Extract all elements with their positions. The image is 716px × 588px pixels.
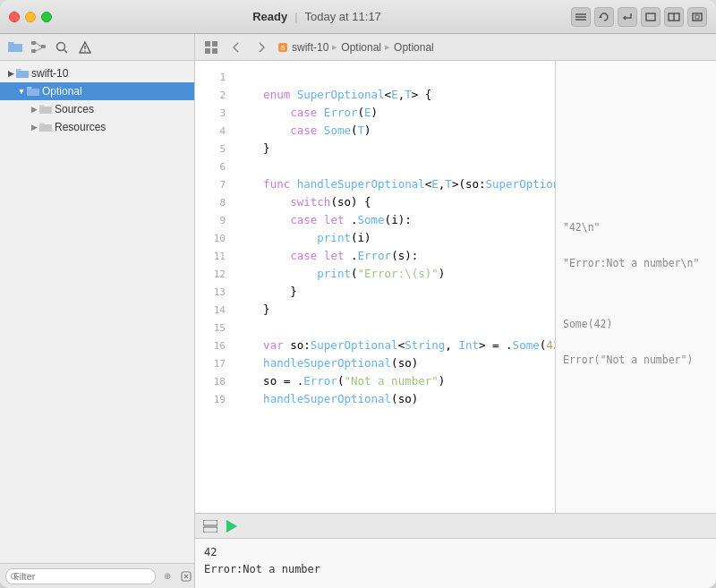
console-toggle-icon[interactable] — [202, 518, 218, 534]
code-line-2: 2 enum SuperOptional<E,T> { — [195, 86, 555, 104]
grid-icon[interactable] — [202, 38, 220, 56]
tree-item-root[interactable]: ▶ swift-10 — [0, 64, 194, 82]
back-icon[interactable] — [227, 38, 245, 56]
editor-toolbar: S swift-10 ▸ Optional ▸ Optional — [195, 34, 716, 61]
breadcrumb-project[interactable]: swift-10 — [292, 41, 328, 54]
code-line-3: 3 case Error(E) — [195, 104, 555, 122]
code-line-4: 4 case Some(T) — [195, 122, 555, 140]
tree-arrow-resources: ▶ — [29, 122, 39, 132]
refresh-button[interactable] — [594, 7, 614, 27]
tree-label-resources: Resources — [55, 121, 106, 133]
result-row-4: Some(42) — [563, 315, 709, 333]
filter-search-icon — [10, 572, 19, 581]
tree-arrow-sources: ▶ — [29, 104, 39, 115]
svg-rect-23 — [205, 41, 210, 47]
svg-marker-3 — [599, 15, 602, 18]
breadcrumb-optional-label: Optional — [394, 41, 434, 54]
code-line-8: 8 switch(so) { — [195, 193, 555, 211]
svg-rect-29 — [203, 520, 217, 525]
titlebar: Ready | Today at 11:17 — [0, 0, 716, 34]
sidebar-bottom: ⊕ — [0, 563, 194, 588]
tree-label-root: swift-10 — [31, 67, 68, 80]
result-row-1: "42\n" — [563, 218, 709, 236]
titlebar-time: Today at 11:17 — [305, 10, 381, 23]
swift-folder-icon — [16, 67, 29, 80]
filter-warning-icon[interactable] — [178, 568, 194, 584]
search-icon[interactable] — [54, 39, 70, 55]
svg-rect-7 — [693, 13, 702, 21]
svg-line-15 — [64, 49, 68, 53]
zoom-button[interactable] — [41, 12, 52, 22]
titlebar-center: Ready | Today at 11:17 — [63, 10, 571, 23]
minimize-button[interactable] — [25, 12, 36, 22]
code-line-13: 13 } — [195, 283, 555, 301]
code-line-14: 14 } — [195, 301, 555, 319]
console-line-2: Error:Not a number — [204, 561, 707, 578]
tree-item-sources[interactable]: ▶ Sources — [0, 100, 194, 118]
view-button-1[interactable] — [641, 7, 661, 27]
view-button-2[interactable] — [664, 7, 684, 27]
titlebar-controls — [571, 7, 707, 27]
console-area: 42 Error:Not a number — [195, 513, 716, 588]
sidebar: ▶ swift-10 ▼ Optional ▶ — [0, 34, 195, 588]
console-output: 42 Error:Not a number — [195, 539, 716, 588]
svg-text:S: S — [281, 45, 286, 51]
xcode-window: Ready | Today at 11:17 — [0, 0, 716, 588]
resources-folder-icon — [39, 121, 52, 133]
code-line-5: 5 } — [195, 140, 555, 158]
svg-rect-9 — [31, 41, 36, 45]
code-line-12: 12 print("Error:\(s)") — [195, 265, 555, 283]
tree-label-sources: Sources — [55, 103, 94, 115]
code-line-7: 7 func handleSuperOptional<E,T>(so:Super… — [195, 175, 555, 193]
breadcrumb-file-icon: S — [277, 42, 288, 53]
breadcrumb-file[interactable]: Optional — [341, 41, 381, 54]
svg-line-12 — [36, 43, 41, 47]
warning-icon[interactable] — [77, 39, 93, 55]
svg-point-18 — [12, 573, 17, 578]
code-editor-wrapper: 1 2 enum SuperOptional<E,T> { 3 case Err… — [195, 61, 716, 513]
navigator-button[interactable] — [571, 7, 591, 27]
title-separator: | — [294, 10, 297, 23]
filter-input[interactable] — [5, 568, 156, 584]
enter-button[interactable] — [618, 7, 637, 27]
results-panel: "42\n" "Error:Not a number\n" Some(42) E… — [555, 61, 716, 513]
tree-arrow-optional: ▼ — [16, 86, 27, 97]
breadcrumb: S swift-10 ▸ Optional ▸ Optional — [277, 41, 709, 54]
svg-rect-11 — [41, 45, 46, 48]
code-line-15: 15 — [195, 319, 555, 337]
main-content: ▶ swift-10 ▼ Optional ▶ — [0, 34, 716, 588]
code-line-1: 1 — [195, 68, 555, 86]
result-row-6: Error("Not a number") — [563, 351, 709, 369]
status-text: Ready — [252, 10, 287, 23]
tree-item-resources[interactable]: ▶ Resources — [0, 118, 194, 136]
close-button[interactable] — [9, 12, 20, 22]
run-button[interactable] — [224, 518, 240, 534]
editor-area: S swift-10 ▸ Optional ▸ Optional 1 — [195, 34, 716, 588]
code-editor[interactable]: 1 2 enum SuperOptional<E,T> { 3 case Err… — [195, 61, 555, 513]
code-line-9: 9 case let .Some(i): — [195, 211, 555, 229]
sidebar-toolbar — [0, 34, 194, 61]
code-line-6: 6 — [195, 158, 555, 175]
console-toolbar — [195, 514, 716, 539]
svg-point-17 — [84, 50, 86, 52]
forward-icon[interactable] — [252, 38, 270, 56]
result-row-3: "Error:Not a number\n" — [563, 254, 709, 272]
svg-point-14 — [57, 42, 65, 50]
traffic-lights — [9, 12, 52, 22]
run-triangle-icon — [226, 520, 237, 533]
breadcrumb-sep-2: ▸ — [385, 41, 390, 53]
filter-extra-icon[interactable]: ⊕ — [159, 568, 175, 584]
code-line-17: 17 handleSuperOptional(so) — [195, 354, 555, 372]
tree-item-optional[interactable]: ▼ Optional — [0, 82, 194, 100]
svg-line-19 — [16, 578, 19, 581]
fullscreen-button[interactable] — [687, 7, 707, 27]
code-line-18: 18 so = .Error("Not a number") — [195, 372, 555, 390]
console-line-1: 42 — [204, 544, 707, 561]
hierarchy-icon[interactable] — [30, 39, 47, 55]
result-row-5 — [563, 333, 709, 351]
code-line-16: 16 var so:SuperOptional<String, Int> = .… — [195, 337, 555, 354]
folder-icon[interactable] — [7, 39, 23, 55]
code-line-11: 11 case let .Error(s): — [195, 247, 555, 265]
code-line-10: 10 print(i) — [195, 229, 555, 247]
optional-folder-icon — [27, 85, 39, 98]
